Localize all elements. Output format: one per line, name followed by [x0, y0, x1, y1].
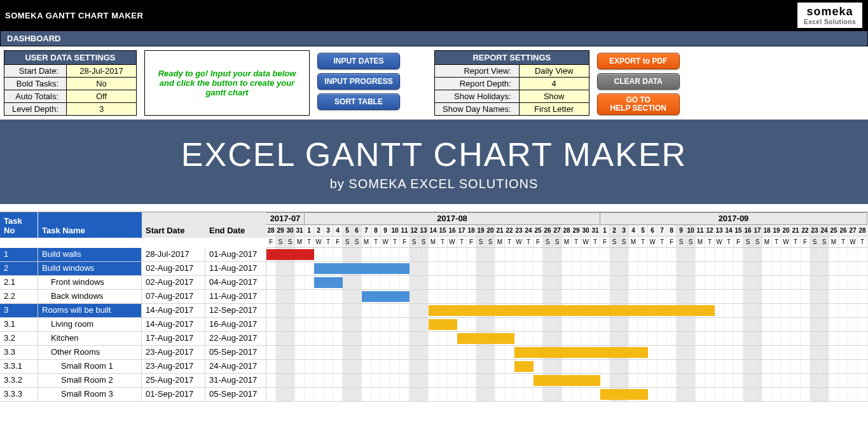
task-name: Back windows [38, 290, 142, 303]
day-cell: S [543, 236, 553, 248]
day-cell: F [467, 236, 476, 248]
day-cell: W [848, 236, 858, 248]
date-cell: 15 [734, 225, 743, 236]
gantt-bar [314, 263, 410, 274]
bar-area [266, 388, 868, 401]
task-start: 25-Aug-2017 [142, 374, 205, 387]
gantt-bar [362, 291, 410, 302]
date-cell: 22 [505, 225, 514, 236]
clear-data-button[interactable]: CLEAR DATA [597, 73, 680, 90]
export-pdf-button[interactable]: EXPORT to PDF [597, 53, 680, 69]
month-row: 2017-072017-082017-09 [266, 212, 868, 225]
date-cell: 9 [381, 225, 390, 236]
date-cell: 28 [266, 225, 276, 236]
task-row: 2.1 Front windows 02-Aug-2017 04-Aug-201… [0, 276, 868, 290]
task-end: 11-Aug-2017 [205, 290, 266, 303]
bar-area [266, 360, 868, 373]
date-cell: 5 [638, 225, 648, 236]
task-no: 3.3.3 [0, 388, 38, 401]
gantt-bar [600, 389, 648, 400]
day-cell: S [286, 236, 295, 248]
date-cell: 11 [696, 225, 705, 236]
day-cell: T [705, 236, 715, 248]
timeline-header: Task No Task Name Start Date End Date 20… [0, 212, 868, 248]
task-no: 1 [0, 248, 38, 261]
sort-table-button[interactable]: SORT TABLE [317, 93, 400, 110]
gantt-bar [457, 333, 514, 344]
task-start: 23-Aug-2017 [142, 360, 205, 373]
day-cell: S [419, 236, 429, 248]
date-cell: 21 [791, 225, 801, 236]
date-cell: 18 [467, 225, 476, 236]
setting-label: Report View: [435, 65, 520, 78]
date-cell: 2 [314, 225, 324, 236]
day-cell: M [696, 236, 705, 248]
task-end: 01-Aug-2017 [205, 248, 266, 261]
bar-area [266, 346, 868, 359]
day-cell: S [686, 236, 696, 248]
setting-label: Bold Tasks: [4, 78, 67, 90]
task-no: 2.1 [0, 276, 38, 289]
task-row: 2.2 Back windows 07-Aug-2017 11-Aug-2017 [0, 290, 868, 304]
date-cell: 21 [495, 225, 505, 236]
report-settings-header: REPORT SETTINGS [435, 51, 589, 65]
input-dates-button[interactable]: INPUT DATES [317, 53, 400, 69]
month-cell: 2017-09 [600, 212, 867, 225]
day-cell: T [390, 236, 400, 248]
setting-value[interactable]: 3 [67, 103, 137, 116]
day-cell: S [619, 236, 629, 248]
day-cell: W [648, 236, 658, 248]
day-cell: F [801, 236, 810, 248]
bar-area [266, 332, 868, 345]
day-cell: S [610, 236, 619, 248]
date-cell: 10 [390, 225, 400, 236]
date-cell: 25 [534, 225, 543, 236]
task-rows: 1 Build walls 28-Jul-2017 01-Aug-2017 2 … [0, 248, 868, 402]
setting-value[interactable]: Show [519, 90, 589, 103]
day-cell: S [553, 236, 562, 248]
day-cell: F [667, 236, 677, 248]
task-end: 16-Aug-2017 [205, 318, 266, 331]
setting-value[interactable]: Daily View [519, 65, 589, 78]
date-cell: 7 [362, 225, 371, 236]
day-cell: S [486, 236, 495, 248]
day-cell: W [448, 236, 457, 248]
date-cell: 12 [410, 225, 419, 236]
setting-label: Auto Totals: [4, 90, 67, 103]
user-settings-header: USER DATA SETTINGS [4, 51, 137, 65]
task-no: 3.3.2 [0, 374, 38, 387]
task-end: 22-Aug-2017 [205, 332, 266, 345]
day-cell: F [400, 236, 410, 248]
setting-label: Level Depth: [4, 103, 67, 116]
input-progress-button[interactable]: INPUT PROGRESS [317, 73, 400, 90]
day-cell: S [352, 236, 362, 248]
date-cell: 14 [429, 225, 438, 236]
task-no: 3.1 [0, 318, 38, 331]
task-no: 2 [0, 262, 38, 275]
day-cell: F [333, 236, 343, 248]
date-cell: 31 [295, 225, 305, 236]
task-no: 2.2 [0, 290, 38, 303]
date-cell: 25 [829, 225, 839, 236]
day-cell: W [782, 236, 791, 248]
date-cell: 4 [629, 225, 638, 236]
setting-value[interactable]: No [67, 78, 137, 90]
bar-area [266, 248, 868, 261]
help-section-button[interactable]: GO TOHELP SECTION [597, 93, 680, 115]
date-cell: 28 [858, 225, 867, 236]
setting-value[interactable]: Off [67, 90, 137, 103]
task-no: 3.3 [0, 346, 38, 359]
date-cell: 6 [648, 225, 658, 236]
hero-subtitle: by SOMEKA EXCEL SOLUTIONS [0, 177, 868, 191]
day-cell: T [572, 236, 581, 248]
setting-value[interactable]: 28-Jul-2017 [67, 65, 137, 78]
date-cell: 16 [448, 225, 457, 236]
date-cell: 11 [400, 225, 410, 236]
date-cell: 19 [772, 225, 782, 236]
gantt-bar [314, 277, 343, 288]
day-cell: T [505, 236, 514, 248]
day-cell: T [591, 236, 600, 248]
setting-value[interactable]: First Letter [519, 103, 589, 116]
setting-value[interactable]: 4 [519, 78, 589, 90]
day-cell: M [295, 236, 305, 248]
